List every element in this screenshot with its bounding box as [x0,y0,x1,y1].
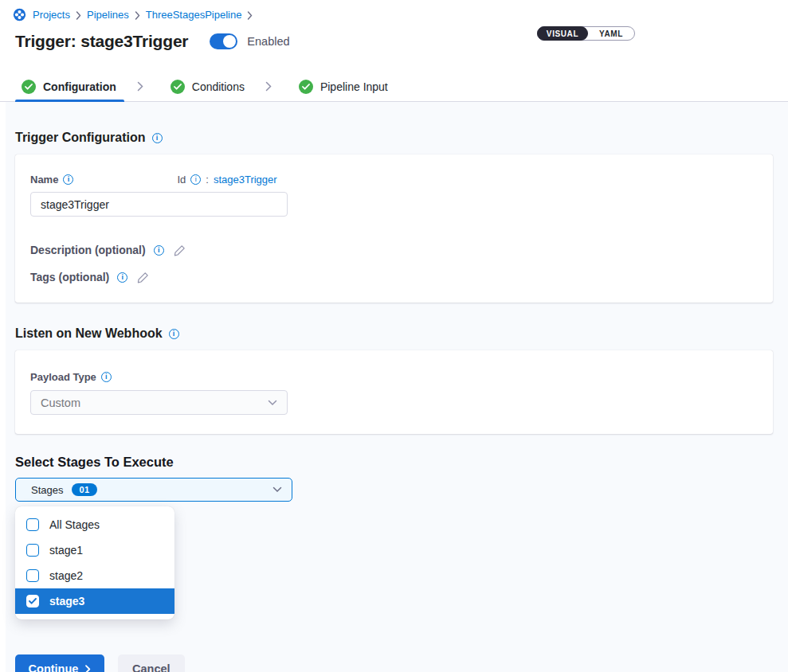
tab-conditions[interactable]: Conditions [164,72,253,101]
breadcrumb-link-pipelines[interactable]: Pipelines [87,9,129,21]
tags-row: Tags (optional) i [30,271,758,283]
checkbox-unchecked[interactable] [26,544,39,557]
chevron-right-icon [85,665,91,672]
project-logo-icon [13,8,26,21]
stages-dropdown-panel: All Stages stage1 stage2 stage3 [15,506,174,619]
payload-type-value: Custom [41,397,80,409]
edit-pencil-icon[interactable] [137,272,149,283]
continue-label: Continue [29,662,79,672]
stage-option-all-stages[interactable]: All Stages [15,512,174,537]
tab-label: Configuration [43,80,116,93]
id-value[interactable]: stage3Trigger [214,174,277,186]
tab-label: Pipeline Input [320,80,388,93]
tab-label: Conditions [192,80,245,93]
section-title: Select Stages To Execute [15,455,174,470]
section-title: Listen on New Webhook [15,326,163,341]
continue-button[interactable]: Continue [15,654,104,672]
trigger-configuration-heading: Trigger Configuration i [15,131,788,145]
cancel-button[interactable]: Cancel [118,654,185,672]
chevron-right-icon [247,11,253,20]
tab-configuration[interactable]: Configuration [15,72,124,101]
stage-option-label: All Stages [49,518,100,531]
stages-multiselect[interactable]: Stages 01 [15,478,292,502]
id-separator: : [206,174,209,186]
check-circle-icon [22,80,36,94]
webhook-heading: Listen on New Webhook i [15,326,788,341]
info-icon[interactable]: i [63,174,73,185]
stages-label: Stages [31,484,63,496]
payload-type-label: Payload Type i [30,371,112,383]
webhook-card: Payload Type i Custom [15,350,773,434]
wizard-tabbar: Configuration Conditions Pipeline Input [0,72,788,102]
chevron-right-icon [265,81,272,92]
stage-option-label: stage3 [49,595,84,608]
tab-pipeline-input[interactable]: Pipeline Input [292,72,396,101]
name-label: Name i [30,174,73,186]
payload-type-select[interactable]: Custom [30,390,288,415]
main-content: Trigger Configuration i Name i Id i : st… [6,102,788,672]
page-header: Projects Pipelines ThreeStagesPipeline T… [0,0,788,72]
edit-pencil-icon[interactable] [174,244,186,256]
description-row: Description (optional) i [30,244,758,256]
info-icon[interactable]: i [101,372,112,382]
wizard-footer: Continue Cancel [15,654,788,672]
description-label: Description (optional) [30,244,146,256]
visual-view-button[interactable]: VISUAL [537,26,588,41]
stage-option-label: stage2 [49,569,83,582]
breadcrumb-link-pipeline-name[interactable]: ThreeStagesPipeline [146,9,242,21]
info-icon[interactable]: i [154,245,164,256]
toggle-knob [223,35,236,48]
chevron-right-icon [76,11,81,20]
stage-option-stage3[interactable]: stage3 [15,588,174,614]
check-circle-icon [299,80,313,94]
info-icon[interactable]: i [169,329,179,339]
enabled-toggle[interactable] [210,33,237,49]
selected-count-badge: 01 [72,483,96,496]
visual-yaml-switch: VISUAL YAML [537,26,635,41]
checkbox-checked[interactable] [26,595,39,608]
tags-label: Tags (optional) [30,271,109,283]
info-icon[interactable]: i [152,133,163,143]
chevron-down-icon [272,486,282,493]
breadcrumb-link-projects[interactable]: Projects [33,9,70,21]
stage-option-label: stage1 [49,544,83,557]
breadcrumb: Projects Pipelines ThreeStagesPipeline [13,8,775,21]
trigger-configuration-card: Name i Id i : stage3Trigger Description … [15,154,773,303]
info-icon[interactable]: i [190,174,201,185]
chevron-down-icon [268,400,277,406]
id-display: Id i : stage3Trigger [177,174,276,186]
checkbox-unchecked[interactable] [26,518,39,531]
enabled-label: Enabled [247,35,289,48]
chevron-right-icon [135,11,140,20]
stage-option-stage2[interactable]: stage2 [15,563,174,588]
yaml-view-button[interactable]: YAML [588,27,634,40]
chevron-right-icon [137,81,143,92]
info-icon[interactable]: i [117,272,127,283]
stage-option-stage1[interactable]: stage1 [15,537,174,563]
page-title: Trigger: stage3Trigger [15,32,188,51]
trigger-name-input[interactable] [30,192,288,217]
id-label: Id [177,174,186,186]
checkbox-unchecked[interactable] [26,569,39,582]
section-title: Trigger Configuration [15,131,146,145]
select-stages-heading: Select Stages To Execute [15,455,788,470]
check-circle-icon [171,80,185,94]
